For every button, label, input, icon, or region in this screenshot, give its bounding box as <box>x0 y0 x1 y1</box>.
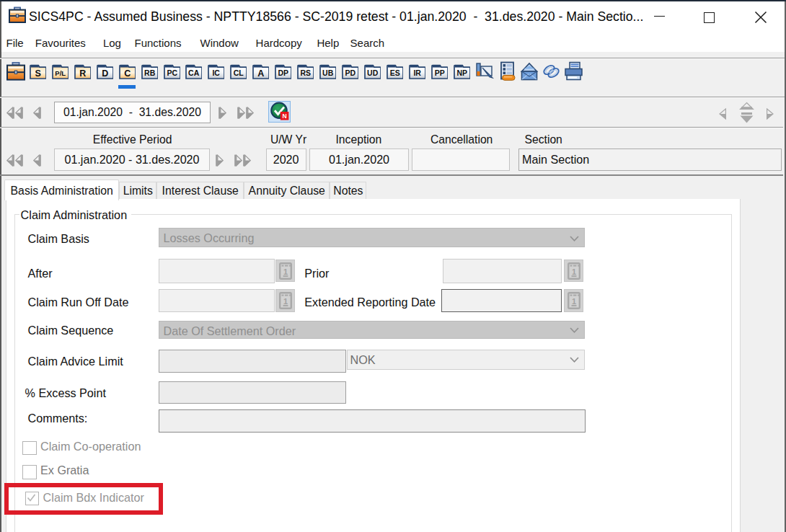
svg-text:D: D <box>102 68 108 79</box>
svg-text:PD: PD <box>345 68 356 77</box>
svg-text:RS: RS <box>301 68 312 77</box>
svg-text:PC: PC <box>167 68 177 77</box>
svg-text:A: A <box>257 68 264 79</box>
svg-text:RB: RB <box>144 68 156 77</box>
svg-text:1: 1 <box>283 297 287 306</box>
svg-text:UB: UB <box>322 68 334 77</box>
svg-text:1: 1 <box>571 297 575 306</box>
svg-text:S: S <box>35 68 40 79</box>
svg-text:1: 1 <box>283 267 287 275</box>
svg-text:CL: CL <box>234 68 244 77</box>
svg-text:NP: NP <box>456 68 467 77</box>
svg-text:IR: IR <box>413 68 421 77</box>
svg-text:ES: ES <box>390 68 400 77</box>
svg-text:PP: PP <box>435 68 445 77</box>
svg-text:CA: CA <box>189 68 200 77</box>
svg-text:1: 1 <box>571 267 575 275</box>
svg-text:N: N <box>283 112 287 120</box>
svg-text:IC: IC <box>213 68 221 77</box>
svg-text:UD: UD <box>367 68 379 77</box>
svg-text:P/L: P/L <box>55 69 66 77</box>
svg-text:DP: DP <box>278 68 289 77</box>
svg-text:C: C <box>124 68 131 79</box>
svg-text:R: R <box>79 68 86 79</box>
